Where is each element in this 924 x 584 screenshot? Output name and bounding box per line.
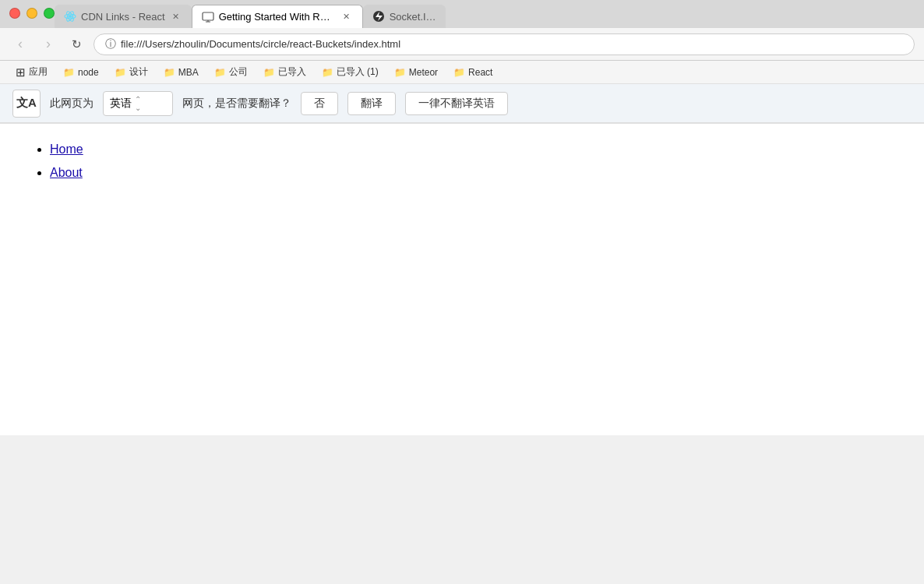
folder-icon: 📁 <box>164 67 175 78</box>
close-button[interactable] <box>9 8 20 19</box>
bookmark-company[interactable]: 📁 公司 <box>208 63 254 81</box>
bookmark-label: 公司 <box>229 65 248 79</box>
bookmark-label: 设计 <box>129 65 148 79</box>
svg-rect-4 <box>203 12 213 20</box>
lightning-icon <box>372 10 385 23</box>
info-icon: ⓘ <box>105 37 116 51</box>
bookmark-label: 应用 <box>29 65 48 79</box>
traffic-lights <box>9 8 55 19</box>
tab-label: Getting Started With React R… <box>219 11 336 23</box>
folder-icon: 📁 <box>453 67 465 78</box>
folder-icon: 📁 <box>263 67 275 78</box>
back-button[interactable]: ‹ <box>9 33 31 55</box>
translation-bar: 文A 此网页为 英语 ⌃⌄ 网页，是否需要翻译？ 否 翻译 一律不翻译英语 <box>0 84 924 123</box>
reload-icon: ↻ <box>72 37 82 51</box>
translate-question: 网页，是否需要翻译？ <box>182 97 291 111</box>
no-translate-button[interactable]: 否 <box>301 92 338 115</box>
nav-list: Home About <box>50 142 893 180</box>
bookmark-label: node <box>78 67 99 78</box>
bookmark-imported[interactable]: 📁 已导入 <box>257 63 312 81</box>
bookmark-node[interactable]: 📁 node <box>57 65 105 80</box>
translate-icon: 文A <box>12 90 41 118</box>
tab-getting-started[interactable]: Getting Started With React R… ✕ <box>192 5 363 28</box>
back-icon: ‹ <box>18 36 23 52</box>
bookmark-label: 已导入 (1) <box>337 65 379 79</box>
folder-icon: 📁 <box>63 67 75 78</box>
never-translate-button[interactable]: 一律不翻译英语 <box>405 92 508 115</box>
bookmark-label: Meteor <box>409 67 438 78</box>
tab-label: CDN Links - React <box>81 11 165 23</box>
translate-icon-text: 文A <box>16 96 37 111</box>
folder-icon: 📁 <box>214 67 226 78</box>
chevron-down-icon: ⌃⌄ <box>135 95 141 112</box>
react-icon <box>64 10 76 23</box>
forward-button[interactable]: › <box>37 33 59 55</box>
folder-icon: 📁 <box>394 67 406 78</box>
bookmark-apps[interactable]: ⊞ 应用 <box>9 63 54 82</box>
tab-close-icon[interactable]: ✕ <box>170 10 182 23</box>
page-content: Home About <box>0 124 924 435</box>
svg-point-0 <box>69 15 72 18</box>
tab-cdn-links[interactable]: CDN Links - React ✕ <box>55 5 192 28</box>
language-select[interactable]: 英语 ⌃⌄ <box>103 91 173 116</box>
bookmark-react[interactable]: 📁 React <box>447 65 499 80</box>
bookmark-imported-1[interactable]: 📁 已导入 (1) <box>316 63 385 81</box>
list-item: About <box>50 166 893 180</box>
home-link[interactable]: Home <box>50 142 83 156</box>
tab-label: Socket.I… <box>390 11 436 23</box>
tab-close-icon[interactable]: ✕ <box>340 11 353 23</box>
bookmark-label: React <box>468 67 492 78</box>
translate-prefix: 此网页为 <box>50 97 93 111</box>
bookmark-design[interactable]: 📁 设计 <box>108 63 154 81</box>
monitor-icon <box>202 11 214 23</box>
bookmark-label: 已导入 <box>278 65 306 79</box>
folder-icon: 📁 <box>115 67 126 78</box>
bookmark-meteor[interactable]: 📁 Meteor <box>388 65 444 80</box>
bookmark-label: MBA <box>178 67 199 78</box>
bookmark-mba[interactable]: 📁 MBA <box>157 65 205 80</box>
apps-icon: ⊞ <box>16 65 26 79</box>
translate-button[interactable]: 翻译 <box>347 92 396 115</box>
tab-socket[interactable]: Socket.I… <box>363 5 446 28</box>
minimize-button[interactable] <box>26 8 37 19</box>
address-text: file:///Users/zhoulin/Documents/circle/r… <box>121 38 903 50</box>
address-bar: ‹ › ↻ ⓘ file:///Users/zhoulin/Documents/… <box>0 28 924 61</box>
bookmarks-bar: ⊞ 应用 📁 node 📁 设计 📁 MBA 📁 公司 📁 已导入 📁 已导入 … <box>0 61 924 84</box>
about-link[interactable]: About <box>50 166 83 179</box>
address-input-wrap[interactable]: ⓘ file:///Users/zhoulin/Documents/circle… <box>93 33 915 55</box>
reload-button[interactable]: ↻ <box>65 33 87 55</box>
maximize-button[interactable] <box>44 8 55 19</box>
language-label: 英语 <box>110 97 132 111</box>
folder-icon: 📁 <box>322 67 333 78</box>
forward-icon: › <box>46 36 51 52</box>
list-item: Home <box>50 142 893 157</box>
tab-bar: CDN Links - React ✕ Getting Started With… <box>0 0 924 28</box>
